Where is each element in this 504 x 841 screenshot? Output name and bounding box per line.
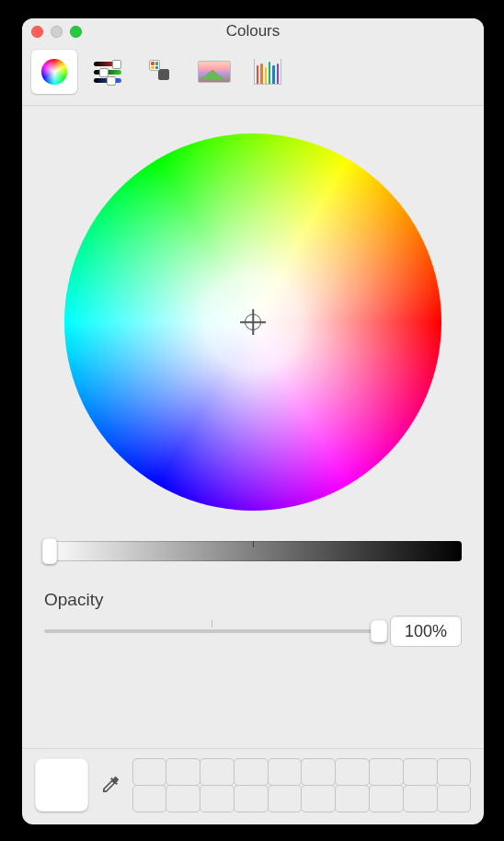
brightness-track	[44, 541, 462, 561]
image-icon	[198, 61, 231, 83]
image-palettes-tab[interactable]	[191, 50, 237, 94]
sliders-icon	[94, 60, 121, 84]
zoom-window-button[interactable]	[70, 26, 82, 38]
swatch-cell[interactable]	[437, 758, 472, 786]
colour-palettes-tab[interactable]	[138, 50, 184, 94]
swatch-cell[interactable]	[200, 758, 235, 786]
swatch-cell[interactable]	[132, 758, 167, 786]
titlebar: Colours	[22, 18, 484, 44]
opacity-label: Opacity	[44, 590, 462, 610]
pencils-tab[interactable]	[245, 50, 291, 94]
swatch-cell[interactable]	[301, 758, 336, 786]
opacity-slider[interactable]	[44, 620, 379, 642]
swatch-cell[interactable]	[200, 785, 235, 812]
current-colour-swatch[interactable]	[35, 758, 88, 812]
swatch-cell[interactable]	[335, 758, 370, 786]
eyedropper-button[interactable]	[97, 772, 123, 798]
picker-mode-toolbar	[22, 44, 484, 106]
swatch-cell[interactable]	[403, 785, 438, 812]
opacity-track	[44, 629, 379, 633]
swatch-cell[interactable]	[369, 785, 404, 812]
opacity-row	[44, 616, 462, 647]
swatch-cell[interactable]	[234, 785, 269, 812]
swatch-cell[interactable]	[437, 785, 472, 812]
wheel-icon	[41, 59, 67, 85]
brightness-thumb[interactable]	[42, 538, 57, 564]
colour-sliders-tab[interactable]	[85, 50, 131, 94]
window-title: Colours	[226, 22, 281, 40]
swatch-cell[interactable]	[268, 785, 303, 812]
swatch-cell[interactable]	[234, 758, 269, 786]
swatch-cell[interactable]	[335, 785, 370, 812]
saved-swatches-grid	[132, 758, 471, 812]
window-controls	[31, 26, 82, 38]
brightness-slider[interactable]	[44, 538, 462, 564]
close-window-button[interactable]	[31, 26, 43, 38]
picker-content: Opacity	[22, 106, 484, 748]
wheel-crosshair-icon	[242, 311, 264, 333]
minimise-window-button	[51, 26, 63, 38]
colour-wheel-tab[interactable]	[31, 50, 77, 94]
swatch-cell[interactable]	[301, 785, 336, 812]
colours-panel: Colours	[22, 18, 484, 824]
colour-wheel[interactable]	[64, 133, 441, 511]
opacity-thumb[interactable]	[371, 620, 387, 642]
swatch-cell[interactable]	[268, 758, 303, 786]
swatch-cell[interactable]	[369, 758, 404, 786]
wheel-area	[44, 133, 462, 511]
swatch-cell[interactable]	[132, 785, 167, 812]
palette-icon	[147, 58, 175, 86]
swatch-cell[interactable]	[166, 785, 200, 812]
eyedropper-icon	[99, 774, 121, 796]
swatch-footer	[22, 748, 484, 824]
opacity-input[interactable]	[390, 616, 462, 647]
swatch-cell[interactable]	[166, 758, 200, 786]
pencils-icon	[254, 59, 281, 85]
swatch-cell[interactable]	[403, 758, 438, 786]
